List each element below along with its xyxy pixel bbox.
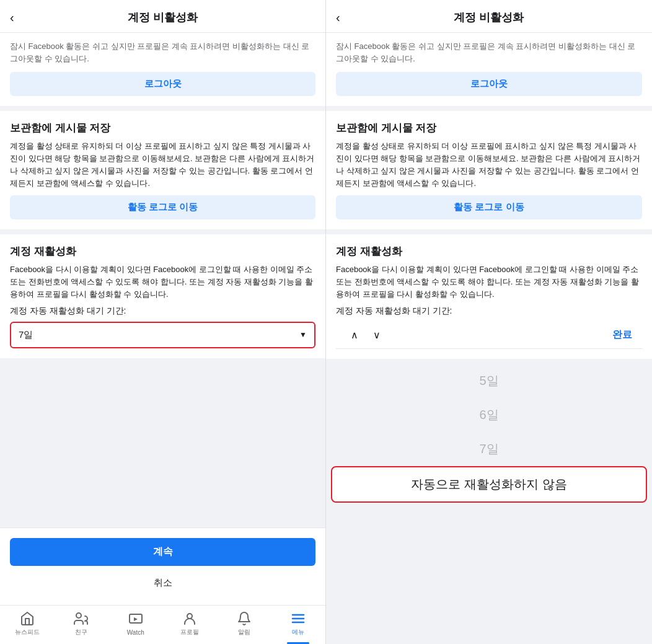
svg-point-0 [76, 613, 81, 618]
right-picker-up[interactable]: ∧ [346, 327, 363, 343]
left-logout-button[interactable]: 로그아웃 [10, 72, 315, 96]
right-picker-done[interactable]: 완료 [612, 329, 632, 342]
home-icon [19, 611, 35, 627]
left-content: 잠시 Facebook 활동은 쉬고 싶지만 프로필은 계속 표시하려면 비활성… [0, 33, 325, 527]
watch-icon [128, 612, 144, 628]
right-picker-controls: ∧ ∨ 완료 [336, 322, 642, 349]
nav-item-watch[interactable]: Watch [108, 612, 163, 636]
right-reactivate-body: Facebook을 다시 이용할 계획이 있다면 Facebook에 로그인할 … [336, 263, 642, 301]
right-save-card: 보관함에 게시물 저장 계정을 활성 상태로 유지하되 더 이상 프로필에 표시… [326, 111, 652, 229]
right-logout-card: 잠시 Facebook 활동은 쉬고 싶지만 프로필은 계속 표시하려면 비활성… [326, 33, 652, 106]
svg-point-3 [187, 614, 192, 619]
left-save-card: 보관함에 게시물 저장 계정을 활성 상태로 유지하되 더 이상 프로필에 표시… [0, 111, 325, 229]
nav-label-menu: 메뉴 [292, 628, 304, 637]
right-save-title: 보관함에 게시물 저장 [336, 121, 642, 135]
left-header-title: 계정 비활성화 [128, 10, 198, 25]
left-dropdown-arrow: ▼ [299, 330, 307, 339]
left-dropdown-value: 7일 [19, 329, 33, 341]
picker-highlighted-item[interactable]: 자동으로 재활성화하지 않음 [331, 466, 647, 503]
picker-item-6[interactable]: 6일 [326, 398, 652, 432]
picker-item-5[interactable]: 5일 [326, 364, 652, 398]
left-save-body: 계정을 활성 상태로 유지하되 더 이상 프로필에 표시하고 싶지 않은 특정 … [10, 140, 315, 190]
picker-item-7[interactable]: 7일 [326, 432, 652, 466]
menu-icon [290, 611, 306, 627]
left-cancel-button[interactable]: 취소 [10, 571, 315, 595]
bell-icon [236, 611, 252, 627]
nav-label-friends: 친구 [75, 628, 87, 637]
right-reactivate-card: 계정 재활성화 Facebook을 다시 이용할 계획이 있다면 Faceboo… [326, 234, 652, 359]
right-wait-label: 계정 자동 재활성화 대기 기간: [336, 306, 642, 317]
left-continue-button[interactable]: 계속 [10, 538, 315, 566]
left-dropdown[interactable]: 7일 ▼ [10, 322, 315, 348]
nav-item-newsfeed[interactable]: 뉴스피드 [0, 611, 55, 637]
right-reactivate-title: 계정 재활성화 [336, 244, 642, 258]
left-bottom-actions: 계속 취소 [0, 527, 325, 605]
left-reactivate-body: Facebook을 다시 이용할 계획이 있다면 Facebook에 로그인할 … [10, 263, 315, 301]
right-header-title: 계정 비활성화 [454, 10, 524, 25]
nav-item-friends[interactable]: 친구 [55, 611, 109, 637]
right-logout-button[interactable]: 로그아웃 [336, 72, 642, 96]
left-logout-card: 잠시 Facebook 활동은 쉬고 싶지만 프로필은 계속 표시하려면 비활성… [0, 33, 325, 106]
nav-label-newsfeed: 뉴스피드 [15, 628, 40, 637]
right-back-button[interactable]: ‹ [336, 11, 340, 25]
left-bottom-nav: 뉴스피드 친구 [0, 605, 325, 644]
left-save-title: 보관함에 게시물 저장 [10, 121, 315, 135]
right-picker-arrows: ∧ ∨ [346, 327, 612, 343]
left-activity-button[interactable]: 활동 로그로 이동 [10, 195, 315, 219]
right-picker-down[interactable]: ∨ [368, 327, 385, 343]
nav-item-menu[interactable]: 메뉴 [271, 611, 326, 637]
nav-item-profile[interactable]: 프로필 [163, 611, 218, 637]
picker-highlighted-text: 자동으로 재활성화하지 않음 [332, 467, 646, 501]
left-back-button[interactable]: ‹ [10, 11, 14, 25]
friends-icon [73, 611, 89, 627]
right-content: 잠시 Facebook 활동은 쉬고 싶지만 프로필은 계속 표시하려면 비활성… [326, 33, 652, 644]
right-logout-desc: 잠시 Facebook 활동은 쉬고 싶지만 프로필은 계속 표시하려면 비활성… [336, 40, 642, 64]
left-reactivate-title: 계정 재활성화 [10, 244, 315, 258]
right-phone-panel: ‹ 계정 비활성화 잠시 Facebook 활동은 쉬고 싶지만 프로필은 계속… [326, 0, 652, 644]
nav-label-watch: Watch [127, 629, 144, 636]
left-wait-label: 계정 자동 재활성화 대기 기간: [10, 306, 315, 317]
right-picker-container: 5일 6일 7일 자동으로 재활성화하지 않음 [326, 364, 652, 503]
nav-item-notifications[interactable]: 알림 [217, 611, 271, 637]
left-phone-panel: ‹ 계정 비활성화 잠시 Facebook 활동은 쉬고 싶지만 프로필은 계속… [0, 0, 326, 644]
right-header: ‹ 계정 비활성화 [326, 0, 652, 33]
svg-marker-2 [134, 617, 138, 621]
nav-label-profile: 프로필 [180, 628, 199, 637]
left-reactivate-card: 계정 재활성화 Facebook을 다시 이용할 계획이 있다면 Faceboo… [0, 234, 325, 358]
left-logout-desc: 잠시 Facebook 활동은 쉬고 싶지만 프로필은 계속 표시하려면 비활성… [10, 40, 315, 64]
right-activity-button[interactable]: 활동 로그로 이동 [336, 195, 642, 219]
profile-icon [182, 611, 198, 627]
right-save-body: 계정을 활성 상태로 유지하되 더 이상 프로필에 표시하고 싶지 않은 특정 … [336, 140, 642, 190]
left-header: ‹ 계정 비활성화 [0, 0, 325, 33]
nav-label-notifications: 알림 [238, 628, 250, 637]
